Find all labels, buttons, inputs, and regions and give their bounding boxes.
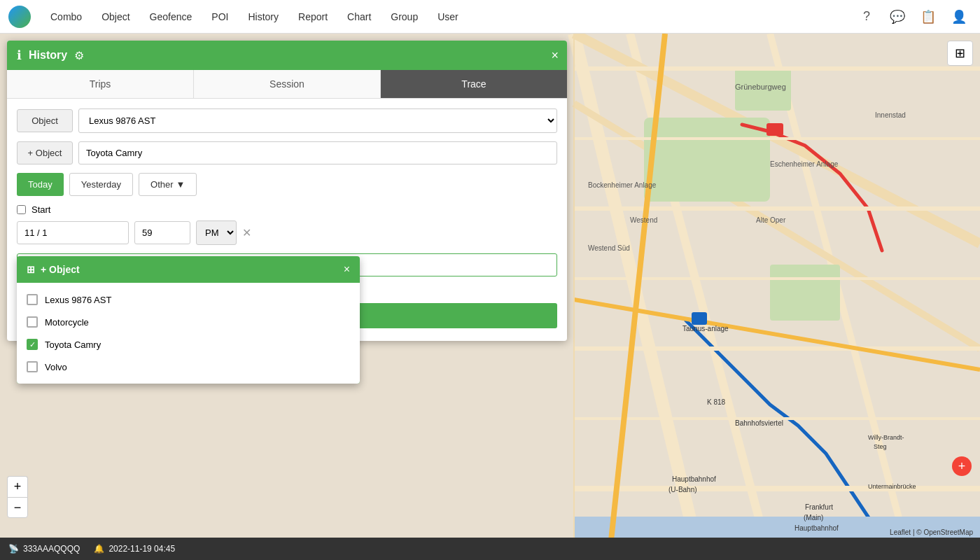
- nav-icons: ? 💬 📋 👤: [854, 4, 972, 29]
- chat-icon[interactable]: 💬: [885, 4, 910, 29]
- plus-object-row: + Object: [17, 141, 557, 164]
- svg-text:Westend: Westend: [630, 216, 657, 224]
- nav-group[interactable]: Group: [382, 7, 426, 27]
- checkbox-volvo[interactable]: [27, 361, 38, 372]
- svg-text:Alte Oper: Alte Oper: [756, 216, 786, 224]
- svg-text:Taunus-anlage: Taunus-anlage: [682, 325, 729, 332]
- svg-text:(Main): (Main): [804, 514, 823, 522]
- nav-user[interactable]: User: [429, 7, 467, 27]
- object-dropdown-list: Lexus 9876 AST Motorcycle Toyota Camry V…: [17, 283, 360, 384]
- settings-icon[interactable]: ⚙: [74, 49, 84, 62]
- svg-text:Willy-Brandt-: Willy-Brandt-: [868, 434, 904, 441]
- tab-trips[interactable]: Trips: [7, 70, 194, 98]
- status-bar: 📡 333AAAQQQQ 🔔 2022-11-19 04:45: [0, 538, 980, 560]
- history-panel: ℹ History ⚙ × Trips Session Trace Object…: [7, 41, 567, 341]
- document-icon[interactable]: 📋: [916, 4, 941, 29]
- info-icon: ℹ: [17, 48, 22, 63]
- zoom-in-button[interactable]: +: [7, 476, 28, 497]
- ampm-select[interactable]: PM AM: [196, 220, 237, 245]
- help-icon[interactable]: ?: [854, 4, 879, 29]
- nav-poi[interactable]: POI: [203, 7, 237, 27]
- nav-history[interactable]: History: [239, 7, 287, 27]
- dropdown-close-button[interactable]: ×: [344, 263, 350, 276]
- svg-text:Grüneburgweg: Grüneburgweg: [735, 83, 786, 91]
- object-dropdown-header: ⊞ + Object ×: [17, 256, 360, 283]
- history-title: History: [29, 49, 67, 62]
- device-id: 333AAAQQQQ: [23, 544, 80, 554]
- nav-combo[interactable]: Combo: [42, 7, 90, 27]
- object-dropdown: ⊞ + Object × Lexus 9876 AST Motorcycle T…: [17, 256, 360, 384]
- svg-text:Eschenheimer Anlage: Eschenheimer Anlage: [770, 160, 839, 168]
- tab-trace[interactable]: Trace: [381, 70, 567, 98]
- zoom-out-button[interactable]: −: [7, 497, 28, 518]
- nav-chart[interactable]: Chart: [339, 7, 379, 27]
- device-icon: 📡: [8, 544, 19, 554]
- start-checkbox[interactable]: [17, 205, 26, 214]
- yesterday-button[interactable]: Yesterday: [69, 173, 133, 196]
- checkbox-motorcycle[interactable]: [27, 316, 38, 328]
- clear-icon[interactable]: ✕: [242, 226, 251, 239]
- dropdown-item-volvo[interactable]: Volvo: [17, 356, 360, 378]
- chevron-down-icon: ▼: [176, 179, 186, 190]
- object-label: Object: [17, 109, 73, 132]
- dropdown-item-motorcycle[interactable]: Motorcycle: [17, 311, 360, 333]
- date-time-row: PM AM ✕: [17, 220, 557, 245]
- map-attribution: Leaflet | © OpenStreetMap: [890, 528, 973, 536]
- svg-rect-6: [644, 118, 770, 202]
- device-id-item: 📡 333AAAQQQQ: [8, 544, 80, 554]
- other-label: Other: [150, 179, 174, 190]
- map-layers-button[interactable]: ⊞: [947, 41, 973, 66]
- item-label-toyota: Toyota Camry: [45, 340, 101, 350]
- start-date-input[interactable]: [17, 221, 129, 244]
- svg-text:Innenstad: Innenstad: [875, 111, 906, 119]
- top-navigation: Combo Object Geofence POI History Report…: [0, 0, 980, 34]
- tabs-container: Trips Session Trace: [7, 70, 567, 99]
- start-checkbox-row: Start: [17, 204, 557, 215]
- item-label-volvo: Volvo: [45, 362, 67, 372]
- plus-object-input[interactable]: [78, 141, 557, 164]
- svg-rect-19: [766, 123, 783, 136]
- dropdown-item-toyota[interactable]: Toyota Camry: [17, 333, 360, 356]
- svg-text:Untermainbrücke: Untermainbrücke: [868, 483, 916, 490]
- svg-text:K 818: K 818: [707, 398, 726, 406]
- item-label-motorcycle: Motorcycle: [45, 317, 89, 328]
- plus-object-label: + Object: [17, 141, 73, 164]
- app-logo[interactable]: [8, 6, 31, 28]
- checkbox-lexus[interactable]: [27, 294, 38, 305]
- map-container: Grüneburgweg Westend Alte Oper Hauptbahn…: [0, 34, 980, 560]
- svg-rect-20: [692, 312, 707, 325]
- svg-text:Frankfurt: Frankfurt: [805, 503, 833, 511]
- svg-text:Bockenheimer Anlage: Bockenheimer Anlage: [588, 181, 657, 189]
- nav-object[interactable]: Object: [93, 7, 138, 27]
- start-time-input[interactable]: [134, 221, 190, 244]
- button-row: Today Yesterday Other ▼: [17, 173, 557, 196]
- timestamp-item: 🔔 2022-11-19 04:45: [94, 544, 175, 554]
- svg-text:Bahnhofsviertel: Bahnhofsviertel: [735, 419, 783, 427]
- nav-report[interactable]: Report: [290, 7, 336, 27]
- svg-rect-8: [770, 265, 840, 321]
- object-row: Object Lexus 9876 AST: [17, 108, 557, 133]
- start-label: Start: [31, 204, 50, 215]
- tab-session[interactable]: Session: [194, 70, 381, 98]
- nav-menu: Combo Object Geofence POI History Report…: [42, 7, 854, 27]
- item-label-lexus: Lexus 9876 AST: [45, 295, 111, 305]
- user-icon[interactable]: 👤: [946, 4, 972, 29]
- svg-text:Westend Süd: Westend Süd: [588, 244, 630, 252]
- nav-geofence[interactable]: Geofence: [141, 7, 201, 27]
- today-button[interactable]: Today: [17, 173, 64, 196]
- dropdown-title-label: + Object: [41, 264, 80, 275]
- close-button[interactable]: ×: [551, 48, 559, 63]
- other-button[interactable]: Other ▼: [139, 173, 197, 196]
- start-row: Start PM AM ✕: [17, 204, 557, 245]
- history-header: ℹ History ⚙ ×: [7, 41, 567, 70]
- object-dropdown-title: ⊞ + Object: [27, 264, 80, 275]
- object-select[interactable]: Lexus 9876 AST: [78, 108, 557, 133]
- svg-text:Hauptbahnhof: Hauptbahnhof: [794, 524, 839, 532]
- add-marker-button[interactable]: +: [952, 456, 972, 476]
- svg-text:(U-Bahn): (U-Bahn): [668, 486, 697, 493]
- checkbox-toyota[interactable]: [27, 339, 38, 350]
- clock-icon: 🔔: [94, 544, 104, 554]
- svg-text:Steg: Steg: [874, 443, 887, 450]
- dropdown-item-lexus[interactable]: Lexus 9876 AST: [17, 288, 360, 311]
- status-timestamp: 2022-11-19 04:45: [108, 544, 175, 554]
